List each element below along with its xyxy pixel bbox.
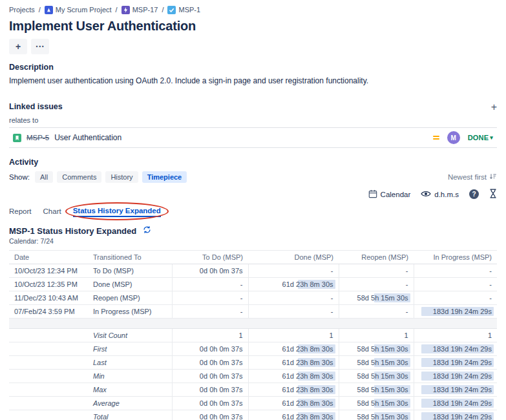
tab-report[interactable]: Report — [9, 207, 32, 216]
calendar-button[interactable]: Calendar — [368, 189, 411, 200]
date-cell: 11/Dec/23 10:43 AM — [9, 291, 88, 305]
breadcrumb-item-projects[interactable]: Projects — [9, 5, 35, 14]
stat-label-cell: Total — [88, 410, 172, 420]
transitioned-to-cell: To Do (MSP) — [88, 264, 172, 278]
stat-label-cell: Last — [88, 356, 172, 370]
priority-medium-icon — [433, 136, 439, 140]
plus-icon: + — [491, 101, 497, 112]
duration-cell: 61d 23h 8m 30s — [248, 410, 339, 420]
timer-button[interactable] — [489, 189, 497, 200]
separator-row — [9, 319, 497, 329]
duration-cell: - — [172, 278, 248, 291]
duration-cell: 0d 0h 0m 37s — [172, 356, 248, 370]
status-dropdown[interactable]: DONE ▾ — [468, 134, 493, 142]
table-row: 11/Dec/23 10:43 AMReopen (MSP)--58d 5h 1… — [9, 291, 497, 305]
duration-cell: 183d 19h 24m 29s — [414, 342, 497, 356]
date-cell — [9, 410, 88, 420]
filter-history[interactable]: History — [105, 171, 138, 183]
duration-cell: 183d 19h 24m 29s — [414, 305, 497, 319]
duration-cell: 1 — [172, 329, 248, 342]
filter-all[interactable]: All — [35, 171, 53, 183]
duration-cell: 61d 23h 8m 30s — [248, 370, 339, 383]
date-cell — [9, 329, 88, 342]
duration-cell: - — [172, 291, 248, 305]
linked-issues-header: Linked issues + — [9, 102, 497, 112]
project-avatar-icon — [45, 6, 53, 14]
issue-toolbar: + ··· — [9, 39, 497, 54]
date-cell: 07/Feb/24 3:59 PM — [9, 305, 88, 319]
breadcrumb-item-issue[interactable]: MSP-1 — [167, 5, 200, 14]
refresh-button[interactable] — [143, 226, 151, 236]
duration-cell: 58d 5h 15m 30s — [339, 370, 414, 383]
breadcrumb-label: Projects — [9, 5, 35, 14]
duration-cell: 183d 19h 24m 29s — [414, 383, 497, 397]
duration-cell: 0d 0h 0m 37s — [172, 370, 248, 383]
linked-issue-summary[interactable]: User Authentication — [54, 133, 121, 142]
table-row: Min0d 0h 0m 37s61d 23h 8m 30s58d 5h 15m … — [9, 370, 497, 383]
table-row: 10/Oct/23 12:34 PMTo Do (MSP)0d 0h 0m 37… — [9, 264, 497, 278]
duration-cell: 0d 0h 0m 37s — [172, 342, 248, 356]
chevron-down-icon: ▾ — [490, 134, 493, 141]
duration-cell: 1 — [248, 329, 339, 342]
breadcrumb-item-project[interactable]: My Scrum Project — [45, 5, 112, 14]
date-cell: 10/Oct/23 12:34 PM — [9, 264, 88, 278]
linked-issue-key[interactable]: MSP-5 — [26, 134, 49, 142]
column-header-in-progress: In Progress (MSP) — [414, 251, 497, 264]
sort-order-button[interactable]: Newest first — [448, 173, 497, 182]
duration-cell: 61d 23h 8m 30s — [248, 383, 339, 397]
duration-cell: - — [339, 264, 414, 278]
breadcrumb: Projects / My Scrum Project / MSP-17 / M… — [9, 5, 497, 14]
duration-cell: 0d 0h 0m 37s — [172, 264, 248, 278]
date-cell — [9, 370, 88, 383]
column-header-transitioned-to: Transitioned To — [88, 251, 172, 264]
duration-cell: 61d 23h 8m 30s — [248, 397, 339, 410]
question-icon: ? — [472, 191, 476, 198]
date-cell — [9, 342, 88, 356]
linked-issue-row[interactable]: MSP-5 User Authentication M DONE ▾ — [9, 127, 497, 148]
status-table-body: 10/Oct/23 12:34 PMTo Do (MSP)0d 0h 0m 37… — [9, 264, 497, 420]
task-icon — [167, 6, 176, 14]
issue-page: Projects / My Scrum Project / MSP-17 / M… — [0, 0, 506, 420]
filter-timepiece[interactable]: Timepiece — [142, 171, 187, 183]
eye-icon — [421, 190, 431, 199]
more-actions-button[interactable]: ··· — [31, 39, 49, 54]
description-body: Implement user authentication using OAut… — [9, 76, 497, 86]
duration-cell: 58d 5h 15m 30s — [339, 397, 414, 410]
report-header: MSP-1 Status History Expanded — [9, 226, 497, 236]
show-label: Show: — [9, 173, 30, 181]
duration-cell: 61d 23h 8m 30s — [248, 356, 339, 370]
active-tab-wrap: Status History Expanded — [73, 207, 161, 217]
breadcrumb-item-epic[interactable]: MSP-17 — [121, 5, 158, 14]
epic-icon — [121, 6, 130, 14]
add-button[interactable]: + — [9, 39, 27, 54]
duration-cell: - — [414, 264, 497, 278]
duration-cell: 183d 19h 24m 29s — [414, 370, 497, 383]
linked-issue-meta: M DONE ▾ — [433, 131, 493, 144]
duration-cell: - — [414, 291, 497, 305]
help-button[interactable]: ? — [469, 189, 479, 199]
stat-label-cell: Average — [88, 397, 172, 410]
time-format-toggle[interactable]: d.h.m.s — [421, 190, 459, 199]
duration-cell: 183d 19h 24m 29s — [414, 397, 497, 410]
filter-comments[interactable]: Comments — [57, 171, 101, 183]
sort-label: Newest first — [448, 173, 487, 181]
status-history-table: Date Transitioned To To Do (MSP) Done (M… — [9, 250, 497, 420]
link-relation-label: relates to — [9, 116, 497, 124]
add-link-button[interactable]: + — [491, 103, 497, 112]
hourglass-icon — [489, 189, 497, 200]
duration-cell: 61d 23h 8m 30s — [248, 278, 339, 291]
assignee-avatar[interactable]: M — [447, 131, 460, 144]
tab-chart[interactable]: Chart — [43, 207, 61, 216]
duration-cell: - — [414, 278, 497, 291]
duration-cell: 58d 5h 15m 30s — [339, 410, 414, 420]
date-cell — [9, 356, 88, 370]
duration-cell: 58d 5h 15m 30s — [339, 291, 414, 305]
duration-cell: 1 — [414, 329, 497, 342]
tab-status-history-expanded[interactable]: Status History Expanded — [73, 207, 161, 217]
duration-cell: 58d 5h 15m 30s — [339, 383, 414, 397]
duration-cell: 183d 19h 24m 29s — [414, 356, 497, 370]
transitioned-to-cell: In Progress (MSP) — [88, 305, 172, 319]
plus-icon: + — [16, 41, 21, 52]
time-format-label: d.h.m.s — [434, 191, 459, 198]
timepiece-toolbar: Calendar d.h.m.s ? — [9, 189, 497, 200]
